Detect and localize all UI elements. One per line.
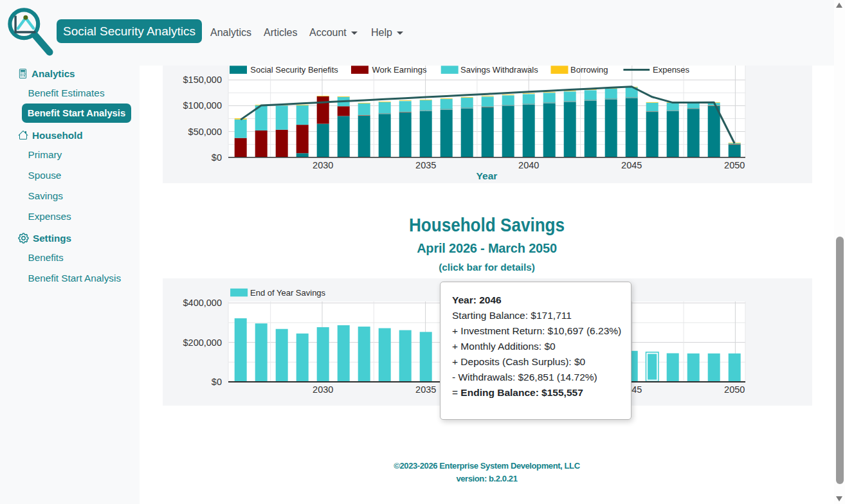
svg-text:Borrowing: Borrowing: [570, 66, 608, 75]
svg-text:$100,000: $100,000: [183, 100, 222, 111]
svg-text:$150,000: $150,000: [183, 75, 222, 85]
svg-text:Year: Year: [477, 170, 498, 181]
svg-text:$0: $0: [212, 152, 222, 163]
svg-text:Work Earnings: Work Earnings: [372, 66, 427, 75]
svg-text:$0: $0: [212, 377, 222, 387]
svg-text:Social Security Benefits: Social Security Benefits: [250, 66, 338, 75]
svg-text:Savings Withdrawals: Savings Withdrawals: [460, 66, 538, 75]
svg-text:End of Year Savings: End of Year Savings: [250, 288, 326, 298]
svg-text:$400,000: $400,000: [183, 298, 222, 308]
svg-text:2040: 2040: [518, 160, 539, 170]
svg-text:2050: 2050: [724, 160, 745, 170]
svg-text:2035: 2035: [415, 160, 436, 170]
svg-text:2035: 2035: [415, 384, 436, 395]
svg-text:$50,000: $50,000: [188, 127, 222, 137]
svg-text:2030: 2030: [313, 384, 333, 395]
svg-text:2045: 2045: [621, 160, 642, 170]
svg-text:Expenses: Expenses: [653, 66, 690, 75]
svg-text:2050: 2050: [724, 384, 745, 395]
svg-text:2030: 2030: [313, 160, 333, 170]
svg-text:$200,000: $200,000: [183, 338, 222, 348]
